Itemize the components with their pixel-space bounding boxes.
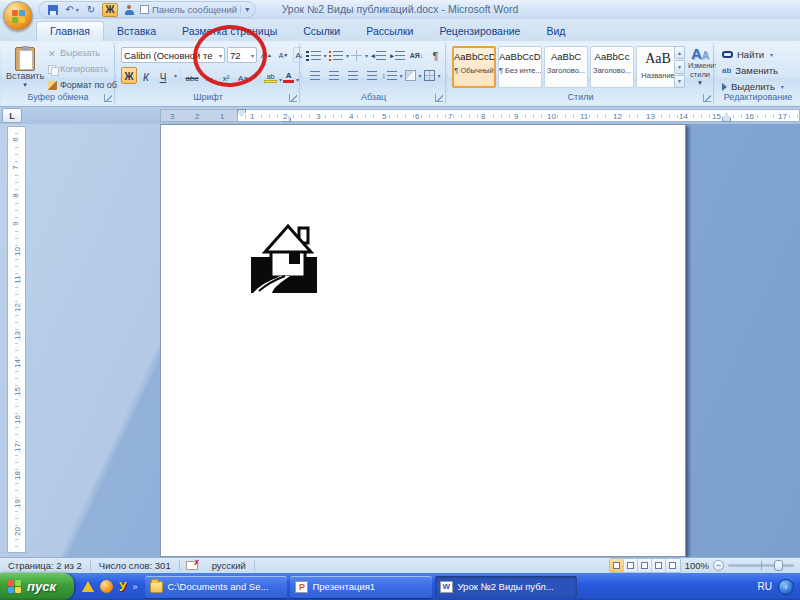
vertical-ruler[interactable]: 67891011121314151617181920 — [7, 126, 26, 553]
horizontal-ruler[interactable]: 321 1234567891011121314151617 — [160, 109, 800, 122]
numbering-button[interactable]: ▾ — [329, 47, 350, 64]
page-indicator[interactable]: Страница: 2 из 2 — [0, 560, 90, 571]
print-layout-view-button[interactable] — [610, 559, 624, 572]
font-dialog-launcher[interactable] — [289, 94, 297, 102]
style-label: Название — [637, 71, 679, 80]
house-clipart[interactable] — [249, 219, 321, 297]
clipboard-dialog-launcher[interactable] — [104, 94, 112, 102]
first-line-indent-marker[interactable] — [237, 109, 246, 116]
borders-button[interactable]: ▾ — [424, 67, 441, 84]
change-case-caret-icon[interactable]: ▾ — [254, 72, 257, 79]
quicklaunch-app1-icon[interactable] — [82, 581, 94, 592]
zoom-slider[interactable] — [728, 564, 794, 567]
justify-button[interactable] — [363, 67, 380, 84]
quicklaunch-app3-icon[interactable]: У — [119, 580, 126, 594]
tab-главная[interactable]: Главная — [36, 21, 104, 41]
tab-рецензирование[interactable]: Рецензирование — [426, 22, 533, 41]
replace-button[interactable]: ab Заменить — [722, 65, 778, 76]
shrink-font-button[interactable]: А▼ — [276, 47, 291, 63]
decrease-indent-button[interactable]: ◂ — [370, 47, 387, 64]
ruler-number: 15 — [13, 386, 22, 397]
shading-button[interactable]: ▾ — [405, 67, 422, 84]
copy-button[interactable]: Копировать — [48, 64, 108, 74]
language-indicator[interactable]: русский — [204, 560, 254, 571]
bold-button[interactable]: Ж — [121, 67, 137, 84]
styles-gallery-more-button[interactable]: ▼ — [674, 75, 685, 88]
grow-font-button[interactable]: А▲ — [259, 47, 274, 63]
styles-dialog-launcher[interactable] — [703, 94, 711, 102]
find-button[interactable]: Найти ▾ — [722, 49, 773, 60]
subscript-button[interactable]: x₂ — [201, 67, 217, 84]
multilevel-list-button[interactable]: ▾ — [351, 47, 368, 64]
tab-вид[interactable]: Вид — [533, 22, 578, 41]
highlight-color-button[interactable]: ab ▾ — [264, 67, 282, 84]
ruler-number: 11 — [579, 112, 589, 121]
ruler-number: 6 — [11, 136, 20, 142]
zoom-level[interactable]: 100% — [685, 560, 709, 571]
outline-view-button[interactable] — [652, 559, 666, 572]
font-name-combo[interactable]: Calibri (Основной те ▾ — [121, 47, 225, 63]
change-case-button[interactable]: Аа — [235, 67, 251, 84]
quicklaunch-app2-icon[interactable] — [100, 580, 113, 593]
clipboard-icon — [15, 47, 35, 71]
styles-scroll-up-button[interactable]: ▲ — [674, 46, 685, 59]
paragraph-dialog-launcher[interactable] — [435, 94, 443, 102]
tab-разметка-страницы[interactable]: Разметка страницы — [169, 22, 290, 41]
style-chip[interactable]: AaBbCcDc¶ Обычный — [452, 46, 496, 88]
superscript-button[interactable]: x² — [218, 67, 234, 84]
select-button[interactable]: Выделить ▾ — [722, 81, 784, 92]
paste-button[interactable]: Вставить ▾ — [5, 45, 45, 93]
align-left-button[interactable] — [306, 67, 323, 84]
font-size-combo[interactable]: 72 ▾ — [227, 47, 257, 63]
change-styles-button[interactable]: AA Изменитьстили ▾ — [688, 46, 712, 98]
show-marks-button[interactable]: ¶ — [427, 47, 444, 64]
sort-button[interactable]: АЯ↓ — [408, 47, 425, 64]
right-indent-marker[interactable] — [722, 113, 731, 122]
italic-button[interactable]: К — [138, 67, 154, 84]
quicklaunch-more-icon[interactable]: » — [132, 582, 137, 592]
underline-caret-icon[interactable]: ▾ — [174, 72, 177, 79]
keyboard-language[interactable]: RU — [758, 581, 772, 592]
align-right-icon — [348, 71, 358, 81]
tab-stop-selector[interactable]: L — [2, 108, 22, 123]
style-preview: АаВ — [637, 51, 679, 67]
line-spacing-button[interactable]: ↕▾ — [382, 67, 403, 84]
font-name-caret-icon: ▾ — [219, 52, 222, 59]
align-right-button[interactable] — [344, 67, 361, 84]
increase-indent-button[interactable]: ▸ — [389, 47, 406, 64]
underline-button[interactable]: Ч — [155, 67, 171, 84]
paste-dropdown-icon: ▾ — [6, 81, 44, 89]
web-layout-view-button[interactable] — [638, 559, 652, 572]
word-count[interactable]: Число слов: 301 — [91, 560, 179, 571]
document-page[interactable] — [160, 124, 686, 557]
multilevel-list-icon — [351, 50, 362, 61]
office-button[interactable] — [3, 1, 33, 31]
tab-рассылки[interactable]: Рассылки — [353, 22, 426, 41]
zoom-out-button[interactable]: − — [713, 560, 724, 571]
align-center-button[interactable] — [325, 67, 342, 84]
bullets-button[interactable]: ▾ — [306, 47, 327, 64]
cut-button[interactable]: ✕ Вырезать — [48, 48, 100, 58]
tray-chevron-icon[interactable]: ‹ — [778, 579, 794, 595]
tab-ссылки[interactable]: Ссылки — [290, 22, 353, 41]
style-chip[interactable]: AaBbCЗаголово... — [544, 46, 588, 88]
group-label-font: Шрифт — [117, 92, 299, 104]
ruler-number: 8 — [480, 112, 486, 121]
spellcheck-icon[interactable] — [186, 561, 198, 570]
font-color-button[interactable]: А ▾ — [283, 67, 299, 84]
paste-label: Вставить — [6, 71, 44, 81]
draft-view-button[interactable] — [666, 559, 680, 572]
style-chip[interactable]: AaBbCcЗаголово... — [590, 46, 634, 88]
styles-scroll-down-button[interactable]: ▼ — [674, 60, 685, 73]
tab-вставка[interactable]: Вставка — [104, 22, 169, 41]
strikethrough-button[interactable]: abc — [184, 67, 200, 84]
taskbar-window-button[interactable]: C:\Documents and Se... — [145, 576, 287, 598]
fullscreen-reading-view-button[interactable] — [624, 559, 638, 572]
taskbar-window-button[interactable]: Урок №2 Виды публ... — [435, 576, 577, 598]
zoom-slider-thumb[interactable] — [774, 560, 783, 571]
taskbar-window-button[interactable]: Презентация1 — [290, 576, 432, 598]
justify-icon — [367, 71, 377, 81]
style-chip[interactable]: AaBbCcDc¶ Без инте... — [498, 46, 542, 88]
style-label: Заголово... — [545, 66, 587, 75]
start-button[interactable]: пуск — [0, 573, 74, 600]
